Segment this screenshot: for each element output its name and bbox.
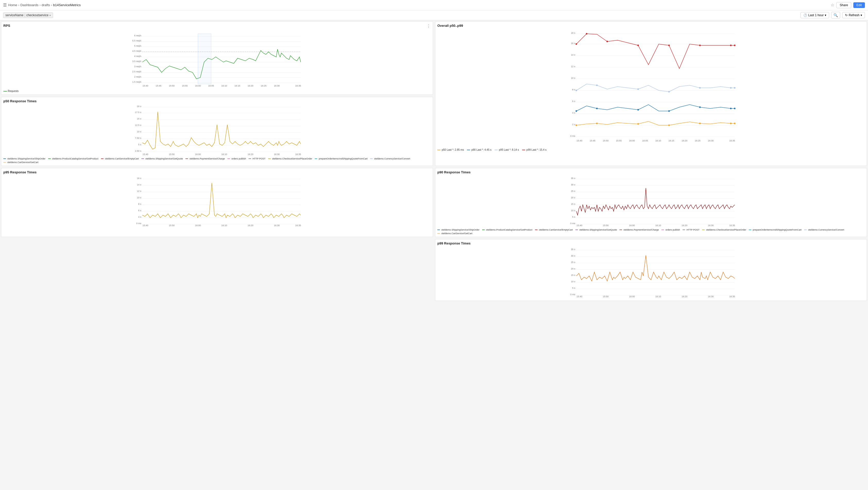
svg-text:16:10: 16:10 (221, 224, 227, 227)
svg-text:16:05: 16:05 (208, 85, 214, 87)
svg-text:16:10: 16:10 (655, 295, 661, 298)
stat-color-p50 (437, 150, 440, 150)
chevron-down-icon: ▾ (825, 13, 826, 17)
svg-text:10 s: 10 s (571, 77, 576, 79)
refresh-button[interactable]: ↻ Refresh ▾ (842, 12, 865, 18)
edit-button[interactable]: Edit (853, 2, 865, 8)
svg-point-76 (576, 124, 577, 126)
stat-p95: p95 Last *: 8.14 s (495, 148, 519, 151)
svg-point-63 (596, 85, 598, 86)
svg-text:16:30: 16:30 (274, 153, 280, 156)
svg-text:16:10: 16:10 (221, 153, 227, 156)
svg-text:16:20: 16:20 (248, 85, 253, 87)
svg-text:20 s: 20 s (137, 105, 142, 108)
svg-text:35 s: 35 s (571, 248, 576, 251)
svg-text:16:05: 16:05 (642, 140, 648, 142)
svg-text:15:55: 15:55 (616, 140, 622, 142)
svg-point-56 (607, 41, 608, 42)
svg-text:16:35: 16:35 (729, 295, 735, 298)
svg-text:3.5 req/s: 3.5 req/s (132, 60, 142, 63)
svg-point-68 (734, 87, 736, 89)
svg-point-55 (586, 33, 588, 34)
stat-p90: p90 Last *: 4.45 s (467, 148, 491, 151)
filter-bar-right: 🕐 Last 1 hour ▾ 🔍 ↻ Refresh ▾ (801, 12, 865, 19)
svg-text:6 s: 6 s (138, 209, 142, 212)
svg-text:16:20: 16:20 (682, 295, 687, 298)
breadcrumb-dashboards[interactable]: Dashboards (20, 3, 38, 7)
chevron-down-icon: ▾ (50, 14, 51, 17)
svg-text:16:00: 16:00 (629, 295, 635, 298)
svg-text:15:50: 15:50 (169, 153, 175, 156)
svg-text:5 s: 5 s (572, 216, 576, 218)
svg-text:0 ms: 0 ms (570, 135, 576, 137)
top-bar-actions: ☆ Share Edit (831, 2, 865, 8)
svg-text:16:35: 16:35 (729, 140, 735, 142)
time-range-button[interactable]: 🕐 Last 1 hour ▾ (801, 12, 829, 18)
svg-text:20 s: 20 s (571, 268, 576, 270)
svg-text:6 s: 6 s (572, 100, 576, 102)
placeholder-cell (0, 238, 434, 302)
zoom-button[interactable]: 🔍 (831, 12, 840, 19)
stat-color-p90 (467, 150, 470, 150)
svg-text:4 s: 4 s (138, 216, 142, 218)
svg-text:4 req/s: 4 req/s (134, 55, 142, 57)
panel-menu-icon[interactable]: ⋮ (427, 24, 431, 29)
p95-chart-area: 0 ms 4 s 6 s 8 s 10 s 12 s 14 s 16 s 15:… (3, 175, 431, 227)
filter-value: checkoutservice (26, 13, 49, 17)
svg-point-80 (699, 123, 701, 124)
svg-text:3 req/s: 3 req/s (134, 65, 142, 68)
svg-point-57 (638, 44, 639, 46)
p50-panel-title: p50 Response Times (3, 99, 431, 103)
p99-chart-svg: 0 ms 5 s 10 s 15 s 20 s 25 s 30 s 35 s 1… (437, 246, 865, 298)
svg-text:5.5 req/s: 5.5 req/s (132, 39, 142, 42)
svg-text:16:00: 16:00 (629, 140, 635, 142)
svg-text:5 s: 5 s (572, 287, 576, 289)
svg-text:0 ms: 0 ms (136, 222, 142, 225)
svg-text:15:50: 15:50 (169, 224, 175, 227)
rps-chart-svg: 1.5 req/s 2 req/s 2.5 req/s 3 req/s 3.5 … (3, 29, 431, 88)
svg-text:8 s: 8 s (138, 203, 142, 205)
svg-text:15:40: 15:40 (143, 85, 148, 87)
svg-point-64 (638, 88, 639, 90)
svg-text:1.5 req/s: 1.5 req/s (132, 81, 142, 83)
svg-text:15:40: 15:40 (143, 224, 148, 227)
p50-chart-area: 2.50 s 5 s 7.50 s 10 s 12.5 s 15 s 17.5 … (3, 104, 431, 156)
p90-legend: oteldemo.ShippingService/ShipOrder oteld… (437, 228, 865, 235)
svg-text:16:00: 16:00 (195, 85, 201, 87)
svg-point-82 (734, 123, 736, 124)
time-range-label: Last 1 hour (808, 13, 824, 17)
p95-chart-svg: 0 ms 4 s 6 s 8 s 10 s 12 s 14 s 16 s 15:… (3, 175, 431, 227)
breadcrumb-drafts[interactable]: drafts (41, 3, 50, 7)
svg-text:15:50: 15:50 (603, 224, 609, 227)
svg-text:15 s: 15 s (571, 274, 576, 276)
svg-text:16:20: 16:20 (682, 224, 687, 227)
rps-panel-title: RPS (3, 24, 431, 28)
chevron-down-icon: ▾ (861, 13, 862, 17)
svg-text:16:35: 16:35 (295, 224, 301, 227)
rps-legend: Requests (3, 90, 431, 92)
svg-point-74 (730, 108, 732, 109)
breadcrumb-home[interactable]: Home (8, 3, 17, 7)
svg-text:18 s: 18 s (571, 32, 576, 34)
svg-point-71 (638, 109, 639, 111)
svg-text:14 s: 14 s (137, 183, 142, 186)
stat-color-p99 (522, 150, 525, 150)
star-button[interactable]: ☆ (831, 3, 834, 7)
svg-text:15:50: 15:50 (603, 140, 609, 142)
svg-text:16:00: 16:00 (195, 153, 201, 156)
menu-icon[interactable]: ☰ (3, 3, 7, 7)
svg-text:16:10: 16:10 (221, 85, 227, 87)
svg-text:17.5 s: 17.5 s (135, 111, 142, 114)
p99-chart-area: 0 ms 5 s 10 s 15 s 20 s 25 s 30 s 35 s 1… (437, 246, 865, 299)
overall-stats: p50 Last *: 2.85 ms p90 Last *: 4.45 s p… (437, 148, 865, 151)
p90-chart-svg: 0 ms 5 s 10 s 15 s 20 s 25 s 30 s 35 s 1… (437, 175, 865, 227)
svg-text:16:25: 16:25 (261, 85, 267, 87)
svg-text:15:40: 15:40 (143, 153, 148, 156)
share-button[interactable]: Share (836, 2, 851, 8)
p90-chart-area: 0 ms 5 s 10 s 15 s 20 s 25 s 30 s 35 s 1… (437, 175, 865, 227)
breadcrumb: Home › Dashboards › drafts › b14ServiceM… (8, 3, 81, 7)
service-name-filter[interactable]: serviceName | checkoutservice ▾ (3, 12, 53, 18)
p99-panel: p99 Response Times 0 ms 5 s 10 s 15 s 20… (435, 239, 867, 301)
svg-point-54 (576, 43, 577, 45)
overall-chart-svg: 0 ms 2 s 4 s 6 s 8 s 10 s 12 s 14 s 16 s… (437, 29, 865, 147)
